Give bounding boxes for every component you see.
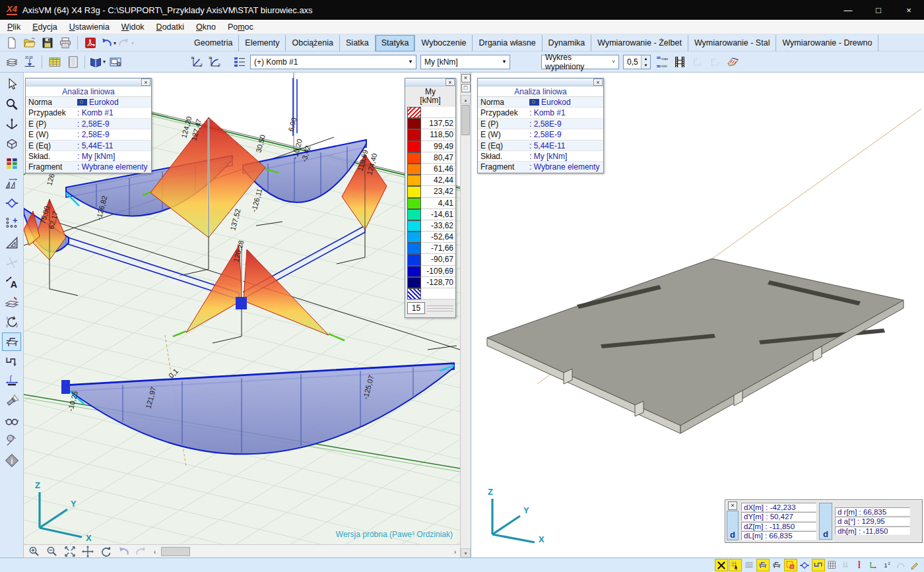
chevron-down-icon[interactable]: ▼ [499,59,510,65]
legend-color-swatch[interactable] [407,107,421,118]
result-display-lines-button[interactable] [231,53,248,70]
geometry-check-toggle[interactable] [798,559,811,571]
views-button[interactable] [2,115,21,133]
tab-wymiarowanie-drewno[interactable]: Wymiarowanie - Drewno [776,35,878,51]
scroll-right-icon[interactable]: › [450,546,460,557]
spin-up-icon[interactable]: ▲ [642,55,650,62]
scroll-up-icon[interactable]: ▴ [461,95,471,104]
load-case-combo[interactable]: (+) Komb #1 ▼ [250,55,416,69]
tab-wyboczenie[interactable]: Wyboczenie [415,35,473,51]
legend-color-swatch[interactable] [407,232,421,243]
menu-plik[interactable]: Plik [1,22,26,32]
workplane-display-toggle[interactable] [756,559,770,571]
local-systems-toggle[interactable] [867,559,880,571]
diagram-section-f-button[interactable]: F4 [707,53,723,70]
numbering-toggle[interactable]: 12 [881,559,894,571]
maximize-button[interactable]: □ [863,0,894,20]
tab-dynamika[interactable]: Dynamika [543,35,592,51]
save-model-button[interactable] [39,35,55,51]
diagram-style-combo[interactable]: Wykres wypełniony ˅ [541,55,619,69]
legend-color-swatch[interactable] [407,175,421,186]
layer-manager-button[interactable] [3,53,20,70]
menu-ustawienia[interactable]: Ustawienia [63,22,116,32]
legend-color-swatch[interactable] [407,152,421,164]
restore-view-button[interactable]: □ [461,84,471,92]
zoom-button[interactable] [2,95,21,113]
tab-wymiarowanie-stal[interactable]: Wymiarowanie - Stal [688,35,777,51]
background-layers-button[interactable] [2,293,21,311]
background-layer-list-toggle[interactable] [742,559,756,571]
vertical-scrollbar-thumb[interactable] [461,105,470,135]
save-drawing-button[interactable] [107,53,123,70]
drafting-tools-button[interactable] [2,234,21,252]
selection-parts-toggle[interactable] [715,559,728,571]
legend-color-swatch[interactable] [407,277,421,288]
delta-toggle-button[interactable]: d [819,503,832,540]
undo-button[interactable]: ▾ [100,35,116,51]
pdf-export-button[interactable] [82,35,98,51]
model-info-button[interactable]: i [2,451,21,470]
display-mode-button[interactable] [2,412,21,430]
legend-color-swatch[interactable] [407,288,421,300]
close-view-button[interactable]: × [461,74,471,82]
redo-button[interactable]: ▾ [117,35,134,51]
snap-grid-toggle[interactable] [729,559,742,571]
legend-color-swatch[interactable] [407,209,421,220]
mesh-display-toggle[interactable] [826,559,839,571]
tab-siatka[interactable]: Siatka [340,35,376,51]
drawing-library-button[interactable]: ▾ [89,53,106,70]
geometric-transformations-button[interactable] [2,174,21,193]
print-button[interactable] [57,35,73,51]
tab-obciążenia[interactable]: Obciążenia [286,35,340,51]
legend-color-swatch[interactable] [407,254,421,265]
tab-wymiarowanie-żelbet[interactable]: Wymiarowanie - Żelbet [591,35,688,51]
scroll-left-icon[interactable]: ‹ [150,546,160,557]
menu-dodatki[interactable]: Dodatki [150,22,190,32]
legend-color-swatch[interactable] [407,141,421,152]
close-icon[interactable]: × [446,79,455,86]
result-component-combo[interactable]: My [kNm] ▼ [420,55,510,69]
scroll-down-icon[interactable]: ▾ [461,548,471,557]
section-segment-button[interactable] [2,352,21,371]
settings-button[interactable] [2,431,21,450]
tab-statyka[interactable]: Statyka [376,35,416,51]
node-tools-button[interactable] [2,214,21,232]
color-coding-button[interactable] [2,154,21,173]
edit-note-toggle[interactable] [909,559,922,571]
legend-color-swatch[interactable] [407,220,421,232]
reaction-display-toggle[interactable] [853,559,867,571]
delta-toggle-button[interactable]: d [727,511,739,540]
new-model-button[interactable] [3,35,20,51]
legend-color-swatch[interactable] [407,198,421,209]
section-line-result-button[interactable]: ∫ [2,372,21,391]
workplane-all-toggle[interactable] [770,559,783,571]
table-browser-button[interactable] [46,53,63,70]
selection-button[interactable] [2,75,21,94]
tab-drgania-własne[interactable]: Drgania własne [473,35,542,51]
legend-color-swatch[interactable] [407,118,421,129]
close-icon[interactable]: × [728,501,737,510]
spin-down-icon[interactable]: ▼ [642,62,650,69]
diagram-section-y-button[interactable]: yx [689,53,706,70]
close-icon[interactable]: × [593,79,603,86]
legend-color-swatch[interactable] [407,243,421,254]
tab-geometria[interactable]: Geometria [188,35,239,51]
legend-color-swatch[interactable] [407,186,421,197]
story-level-button[interactable]: 20.00 [21,53,38,70]
report-maker-button[interactable] [64,53,81,70]
workplanes-button[interactable] [2,135,21,153]
light-source-button[interactable] [2,392,21,410]
animation-button[interactable] [671,53,688,70]
chevron-down-icon[interactable]: ▼ [405,59,416,65]
nonlinear-static-analysis-button[interactable]: Pu [207,53,223,70]
horizontal-scrollbar-thumb[interactable] [161,547,190,556]
dimension-lines-button[interactable] [2,253,21,272]
linear-static-analysis-button[interactable]: Pu [189,53,205,70]
close-icon[interactable]: × [141,79,150,86]
legend-level-count[interactable]: 15 [407,302,425,314]
close-button[interactable]: × [894,0,924,20]
workplane-view-button[interactable] [2,333,21,351]
chevron-down-icon[interactable]: ˅ [609,59,618,65]
renumbering-button[interactable]: 123 [2,313,21,331]
info-curve-toggle[interactable] [895,559,908,571]
